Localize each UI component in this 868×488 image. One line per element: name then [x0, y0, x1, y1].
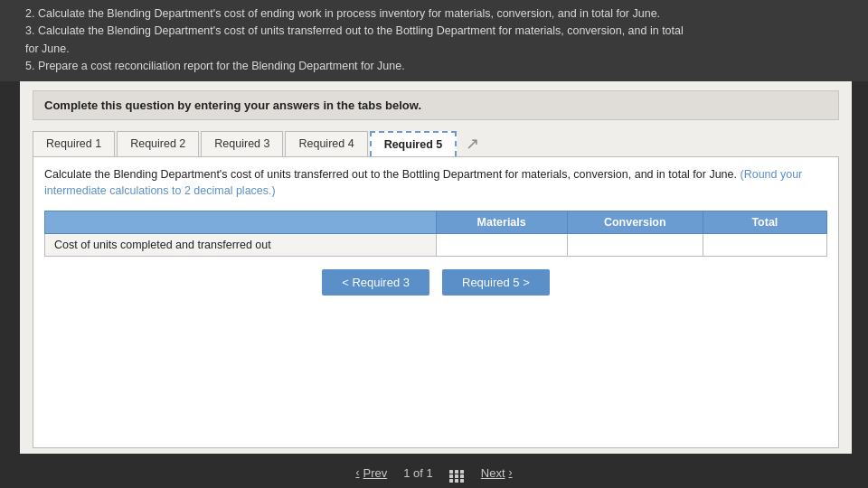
next-label[interactable]: Next: [481, 466, 505, 480]
materials-cell[interactable]: [436, 234, 567, 257]
table-row: Cost of units completed and transferred …: [45, 234, 827, 257]
total-input[interactable]: [712, 239, 817, 251]
cursor-arrow: ↗: [466, 134, 479, 154]
col-header-materials: Materials: [436, 211, 567, 234]
row-label: Cost of units completed and transferred …: [45, 234, 437, 257]
tabs-row: Required 1 Required 2 Required 3 Require…: [33, 131, 839, 156]
bottom-navigation: ‹ Prev 1 of 1 Next ›: [0, 454, 868, 488]
grid-view-icon: [449, 470, 465, 483]
col-header-empty: [45, 211, 437, 234]
grid-dot-9: [460, 479, 464, 483]
grid-dot-2: [455, 470, 458, 474]
col-header-conversion: Conversion: [567, 211, 703, 234]
next-chevron-icon: ›: [509, 466, 513, 479]
instruction-text: Complete this question by entering your …: [44, 99, 421, 112]
grid-dot-7: [449, 479, 453, 483]
tab-required-3[interactable]: Required 3: [201, 131, 283, 156]
grid-dot-1: [449, 470, 453, 474]
instruction-line-3: 3. Calculate the Blending Department's c…: [25, 23, 852, 58]
main-content: Complete this question by entering your …: [20, 81, 852, 455]
top-instructions: 2. Calculate the Blending Department's c…: [0, 0, 868, 81]
page-info: 1 of 1: [403, 466, 433, 480]
grid-dot-4: [449, 474, 453, 478]
tab-content: Calculate the Blending Department's cost…: [33, 156, 839, 449]
instruction-box: Complete this question by entering your …: [33, 90, 839, 120]
total-cell[interactable]: [703, 234, 826, 257]
cost-table: Materials Conversion Total Cost of units…: [44, 211, 827, 257]
tab-required-4[interactable]: Required 4: [285, 131, 367, 156]
next-link[interactable]: Next ›: [481, 466, 513, 480]
tab-desc-main: Calculate the Blending Department's cost…: [44, 168, 737, 181]
grid-dot-5: [455, 474, 458, 478]
col-header-total: Total: [703, 211, 826, 234]
grid-dot-6: [460, 474, 464, 478]
grid-dot-3: [460, 470, 464, 474]
tab-required-5[interactable]: Required 5: [370, 131, 458, 156]
grid-icon[interactable]: [449, 463, 465, 483]
conversion-cell[interactable]: [567, 234, 703, 257]
conversion-input[interactable]: [577, 239, 693, 251]
materials-input[interactable]: [446, 239, 558, 251]
prev-link[interactable]: ‹ Prev: [356, 466, 388, 480]
next-required-button[interactable]: Required 5 >: [442, 269, 550, 296]
instruction-line-2: 2. Calculate the Blending Department's c…: [25, 5, 852, 23]
prev-label[interactable]: Prev: [363, 466, 388, 480]
prev-chevron-icon: ‹: [356, 466, 360, 479]
tab-required-1[interactable]: Required 1: [33, 131, 115, 156]
tab-required-2[interactable]: Required 2: [117, 131, 199, 156]
tab-description: Calculate the Blending Department's cost…: [44, 166, 827, 201]
instruction-line-5: 5. Prepare a cost reconciliation report …: [25, 58, 852, 75]
navigation-buttons: < Required 3 Required 5 >: [44, 269, 827, 296]
grid-dot-8: [455, 479, 458, 483]
prev-required-button[interactable]: < Required 3: [322, 269, 429, 296]
